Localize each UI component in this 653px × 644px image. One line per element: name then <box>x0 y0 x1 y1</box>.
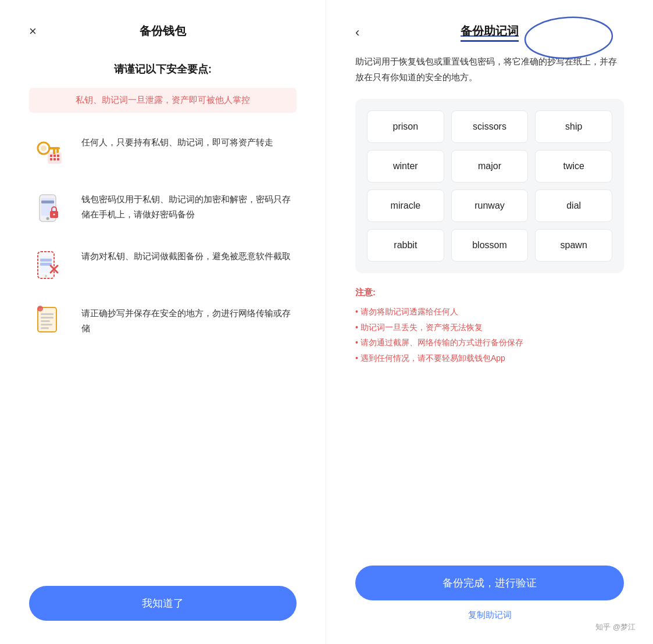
note-item-4: 遇到任何情况，请不要轻易卸载钱包App <box>355 350 624 366</box>
notes-title: 注意: <box>355 287 624 298</box>
mnemonic-grid: prisonscissorsshipwintermajortwicemiracl… <box>355 99 624 273</box>
close-button[interactable]: × <box>29 25 37 38</box>
note-item-3: 请勿通过截屏、网络传输的方式进行备份保存 <box>355 335 624 350</box>
security-item-copy: 请正确抄写并保存在安全的地方，勿进行网络传输或存储 <box>29 301 297 342</box>
svg-rect-8 <box>57 155 59 157</box>
svg-point-26 <box>37 306 43 312</box>
watermark: 知乎 @梦江 <box>595 622 636 632</box>
svg-rect-9 <box>50 158 52 160</box>
copy-mnemonic-button[interactable]: 复制助记词 <box>468 610 512 621</box>
mnemonic-word-6: twice <box>535 150 612 183</box>
mnemonic-word-12: spawn <box>535 229 612 262</box>
svg-rect-7 <box>53 155 56 157</box>
notes-list: 请勿将助记词透露给任何人助记词一旦丢失，资产将无法恢复请勿通过截屏、网络传输的方… <box>355 304 624 366</box>
phone-lock-icon <box>29 187 70 228</box>
security-items: 任何人，只要持有私钥、助记词，即可将资产转走 钱包密码仅用于私钥、助记词的加密和… <box>29 130 297 568</box>
verify-button[interactable]: 备份完成，进行验证 <box>355 566 624 600</box>
right-panel: ‹ 备份助记词 助记词用于恢复钱包或重置钱包密码，将它准确的抄写在纸上，并存放在… <box>326 0 653 644</box>
svg-rect-10 <box>53 158 56 160</box>
svg-rect-27 <box>41 313 53 315</box>
security-item-password-text: 钱包密码仅用于私钥、助记词的加密和解密，密码只存储在手机上，请做好密码备份 <box>81 187 297 221</box>
right-description: 助记词用于恢复钱包或重置钱包密码，将它准确的抄写在纸上，并存放在只有你知道的安全… <box>355 53 624 85</box>
right-title: 备份助记词 <box>461 23 519 42</box>
svg-point-15 <box>46 217 49 220</box>
svg-rect-3 <box>56 149 59 153</box>
note-item-2: 助记词一旦丢失，资产将无法恢复 <box>355 320 624 335</box>
security-item-screenshot: 请勿对私钥、助记词做截图备份，避免被恶意软件截取 <box>29 244 297 285</box>
back-button[interactable]: ‹ <box>355 25 359 40</box>
ok-button[interactable]: 我知道了 <box>29 586 297 621</box>
mnemonic-word-8: runway <box>451 189 529 222</box>
mnemonic-word-3: ship <box>535 110 612 143</box>
svg-point-1 <box>41 145 47 151</box>
left-title: 备份钱包 <box>140 23 186 39</box>
document-icon <box>29 301 70 342</box>
left-panel: × 备份钱包 请谨记以下安全要点: 私钥、助记词一旦泄露，资产即可被他人掌控 <box>0 0 326 644</box>
security-item-password: 钱包密码仅用于私钥、助记词的加密和解密，密码只存储在手机上，请做好密码备份 <box>29 187 297 228</box>
warning-banner: 私钥、助记词一旦泄露，资产即可被他人掌控 <box>29 88 297 113</box>
svg-rect-14 <box>41 201 54 203</box>
key-card-icon <box>29 130 70 171</box>
svg-rect-30 <box>41 324 52 325</box>
mnemonic-word-7: miracle <box>367 189 444 222</box>
security-item-copy-text: 请正确抄写并保存在安全的地方，勿进行网络传输或存储 <box>81 301 297 335</box>
svg-rect-29 <box>41 320 50 322</box>
left-subtitle: 请谨记以下安全要点: <box>29 62 297 76</box>
svg-rect-6 <box>50 155 52 157</box>
mnemonic-word-11: blossom <box>451 229 529 262</box>
svg-rect-31 <box>41 327 49 329</box>
security-item-transfer: 任何人，只要持有私钥、助记词，即可将资产转走 <box>29 130 297 171</box>
notes-section: 注意: 请勿将助记词透露给任何人助记词一旦丢失，资产将无法恢复请勿通过截屏、网络… <box>355 287 624 366</box>
svg-rect-28 <box>41 317 53 319</box>
mnemonic-word-9: dial <box>535 189 612 222</box>
bottom-actions: 备份完成，进行验证 复制助记词 <box>355 566 624 621</box>
svg-point-17 <box>53 213 55 215</box>
mnemonic-word-1: prison <box>367 110 444 143</box>
security-item-transfer-text: 任何人，只要持有私钥、助记词，即可将资产转走 <box>81 130 273 150</box>
left-header: × 备份钱包 <box>29 23 297 39</box>
phone-screenshot-icon <box>29 244 70 285</box>
mnemonic-word-10: rabbit <box>367 229 444 262</box>
mnemonic-word-4: winter <box>367 150 444 183</box>
security-item-screenshot-text: 请勿对私钥、助记词做截图备份，避免被恶意软件截取 <box>81 244 291 264</box>
mnemonic-word-2: scissors <box>451 110 529 143</box>
svg-rect-11 <box>57 158 59 160</box>
right-header: ‹ 备份助记词 <box>355 23 624 42</box>
mnemonic-word-5: major <box>451 150 529 183</box>
svg-rect-2 <box>48 147 60 149</box>
note-item-1: 请勿将助记词透露给任何人 <box>355 304 624 320</box>
svg-point-22 <box>45 275 47 277</box>
svg-rect-20 <box>40 259 52 262</box>
